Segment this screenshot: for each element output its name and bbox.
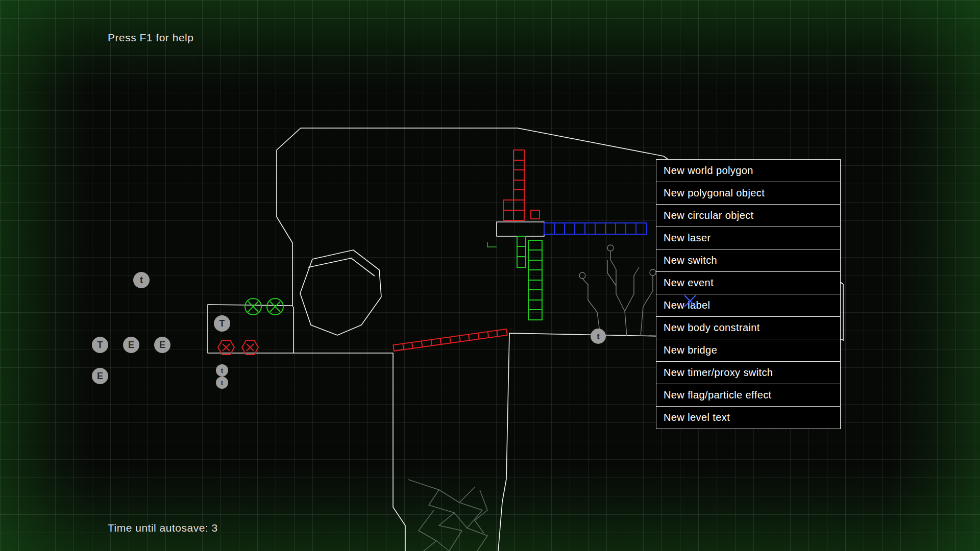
menu-item-new-event[interactable]: New event (656, 271, 841, 294)
menu-item-new-timer-proxy-switch[interactable]: New timer/proxy switch (656, 361, 841, 384)
help-hint-text: Press F1 for help (108, 32, 193, 44)
marker-E[interactable]: E (154, 337, 170, 353)
editor-viewport[interactable]: tTTEEEttt Press F1 for help Time until a… (0, 0, 980, 551)
marker-t[interactable]: t (591, 329, 606, 344)
menu-item-new-laser[interactable]: New laser (656, 227, 841, 249)
marker-t[interactable]: t (216, 377, 228, 389)
menu-item-new-flag-particle-effect[interactable]: New flag/particle effect (656, 384, 841, 407)
marker-E[interactable]: E (92, 368, 108, 384)
menu-item-new-world-polygon[interactable]: New world polygon (656, 159, 841, 182)
marker-T[interactable]: T (92, 337, 108, 353)
menu-item-new-body-constraint[interactable]: New body constraint (656, 316, 841, 339)
menu-item-new-label[interactable]: New label (656, 294, 841, 317)
autosave-countdown-text: Time until autosave: 3 (108, 522, 218, 534)
menu-item-new-bridge[interactable]: New bridge (656, 339, 841, 362)
menu-item-new-switch[interactable]: New switch (656, 249, 841, 272)
menu-item-new-level-text[interactable]: New level text (656, 406, 841, 429)
menu-item-new-polygonal-object[interactable]: New polygonal object (656, 182, 841, 205)
context-menu: New world polygonNew polygonal objectNew… (656, 159, 841, 429)
marker-E[interactable]: E (123, 337, 139, 353)
menu-item-new-circular-object[interactable]: New circular object (656, 204, 841, 227)
marker-T[interactable]: T (214, 315, 230, 332)
marker-t[interactable]: t (216, 364, 228, 377)
marker-t[interactable]: t (133, 272, 150, 288)
